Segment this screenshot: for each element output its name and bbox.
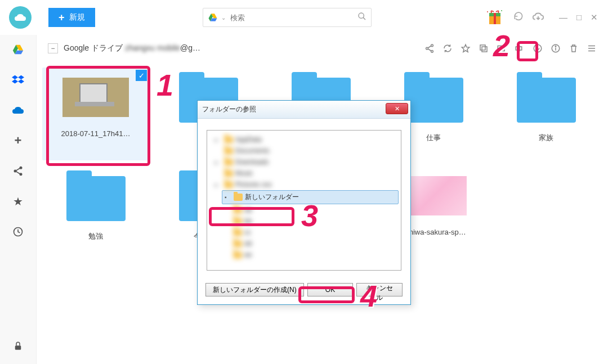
file-item[interactable]: 家族 [493, 68, 600, 160]
ok-button[interactable]: OK [307, 283, 354, 296]
sidebar-dropbox[interactable] [11, 73, 25, 87]
new-folder-button[interactable]: 新しいフォルダーの作成(N) [205, 283, 304, 296]
window-maximize[interactable]: □ [574, 12, 584, 23]
check-icon: ✓ [136, 70, 147, 81]
dialog-title-text: フォルダーの参照 [202, 105, 256, 114]
svg-rect-20 [482, 47, 487, 52]
file-label: 仕事 [426, 133, 441, 143]
rename-icon[interactable] [515, 43, 525, 53]
folder-icon [66, 176, 126, 221]
new-button-label: 新規 [69, 12, 85, 23]
svg-point-0 [359, 13, 364, 18]
breadcrumb: − Google ドライブ zhangxu mobile@g… [37, 35, 608, 62]
app-logo [9, 6, 32, 29]
file-label: 2018-07-11_17h41… [61, 129, 131, 138]
plus-icon: + [59, 12, 65, 24]
copy-icon[interactable] [479, 43, 489, 53]
sidebar-share[interactable] [11, 164, 25, 178]
image-thumbnail [62, 78, 129, 117]
svg-line-17 [428, 46, 431, 48]
file-item[interactable]: 勉強 [42, 166, 149, 259]
search-input[interactable] [230, 14, 357, 22]
gift-icon[interactable] [485, 6, 505, 29]
file-item[interactable]: ✓ 2018-07-11_17h41… [42, 68, 149, 160]
selected-folder-label: 新しいフォルダー [245, 192, 299, 202]
dialog-close-button[interactable]: ✕ [386, 103, 408, 114]
new-button[interactable]: + 新規 [48, 8, 95, 27]
svg-point-27 [555, 46, 556, 47]
cloud-download-icon[interactable] [532, 11, 544, 24]
folder-icon [517, 78, 576, 123]
svg-line-1 [363, 17, 365, 20]
file-label: 勉強 [88, 231, 103, 241]
sidebar-google-drive[interactable] [11, 43, 25, 56]
folder-browse-dialog: フォルダーの参照 ✕ ▸AppData Documents ▸Downloads… [197, 100, 411, 305]
collapse-toggle[interactable]: − [48, 43, 58, 53]
sidebar-favorites[interactable]: ★ [11, 195, 25, 208]
svg-rect-22 [516, 47, 522, 50]
breadcrumb-text: Google ドライブ zhangxu mobile@g… [64, 43, 200, 53]
share-icon[interactable] [424, 43, 435, 53]
cancel-button[interactable]: キャンセル [356, 283, 403, 296]
sidebar-history[interactable] [11, 225, 25, 239]
delete-icon[interactable] [569, 43, 579, 53]
google-drive-icon [208, 12, 218, 23]
svg-point-5 [487, 11, 488, 12]
star-icon[interactable] [461, 43, 471, 53]
search-icon[interactable] [357, 12, 366, 23]
svg-rect-4 [494, 13, 496, 24]
info-icon[interactable] [551, 43, 561, 53]
svg-line-10 [16, 168, 20, 170]
sidebar-add[interactable]: + [11, 134, 25, 147]
list-view-icon[interactable] [587, 43, 597, 53]
svg-point-6 [501, 10, 502, 11]
refresh-icon[interactable] [513, 11, 524, 24]
window-close[interactable]: ✕ [588, 12, 600, 23]
move-icon[interactable] [497, 43, 507, 53]
sidebar-onedrive[interactable] [11, 104, 25, 117]
file-label: 家族 [539, 133, 553, 143]
file-action-toolbar [424, 43, 597, 53]
window-minimize[interactable]: — [557, 12, 570, 23]
folder-icon [404, 78, 463, 123]
svg-rect-19 [480, 45, 485, 50]
svg-line-11 [16, 172, 20, 174]
sidebar: + ★ [0, 35, 37, 364]
svg-line-18 [428, 49, 431, 51]
svg-rect-13 [15, 345, 21, 350]
folder-tree[interactable]: ▸AppData Documents ▸Downloads Music ▸Pic… [207, 130, 401, 271]
sync-icon[interactable] [442, 43, 453, 53]
sidebar-lock[interactable] [11, 339, 25, 353]
chevron-down-icon[interactable]: ⌄ [221, 15, 226, 21]
search-box[interactable]: ⌄ [203, 8, 372, 27]
dialog-titlebar: フォルダーの参照 ✕ [198, 101, 410, 119]
download-icon[interactable] [533, 43, 543, 53]
